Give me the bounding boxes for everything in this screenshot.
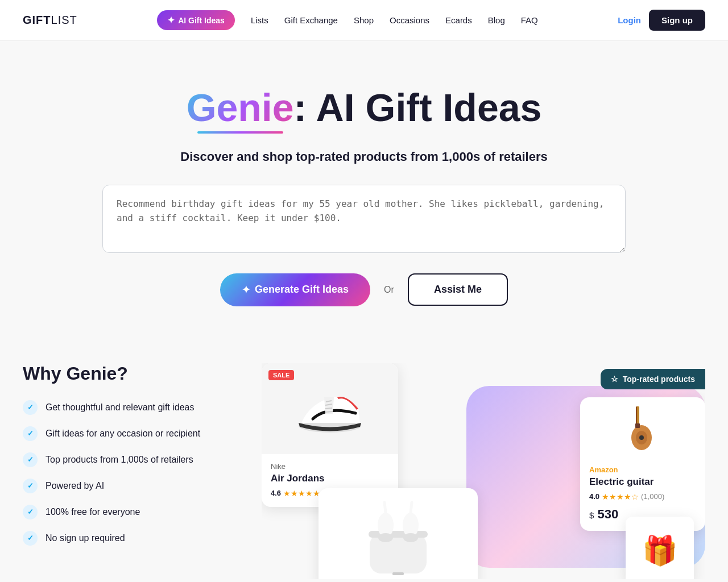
- shoe-image: [293, 380, 367, 437]
- card-2-brand: Amazon: [589, 465, 696, 474]
- price-symbol: $: [589, 510, 594, 520]
- svg-line-17: [411, 502, 412, 513]
- list-item: ✓ 100% free for everyone: [23, 505, 228, 519]
- list-item: ✓ No sign up required: [23, 531, 228, 546]
- check-icon: ✓: [23, 452, 38, 467]
- list-item: ✓ Powered by AI: [23, 479, 228, 493]
- nav-actions: Login Sign up: [618, 10, 705, 31]
- product-image-area: SALE: [262, 363, 398, 454]
- svg-point-19: [403, 533, 418, 542]
- generate-button[interactable]: ✦ Generate Gift Ideas: [220, 273, 370, 306]
- list-item: ✓ Top products from 1,000s of retailers: [23, 452, 228, 467]
- svg-rect-13: [369, 531, 428, 538]
- hero-title-rest: : AI Gift Ideas: [294, 86, 542, 129]
- stars: ★★★★☆: [602, 492, 639, 501]
- product-card-airpods[interactable]: [318, 488, 478, 579]
- nav-lists[interactable]: Lists: [251, 15, 268, 25]
- check-icon: ✓: [23, 426, 38, 441]
- why-list: ✓ Get thoughtful and relevant gift ideas…: [23, 400, 228, 546]
- nav-faq[interactable]: FAQ: [521, 15, 538, 25]
- login-button[interactable]: Login: [618, 15, 641, 25]
- nav-gift-exchange[interactable]: Gift Exchange: [284, 15, 338, 25]
- hero-title: Genie: AI Gift Ideas: [23, 86, 705, 134]
- svg-line-15: [384, 502, 386, 513]
- why-genie-section: Why Genie? ✓ Get thoughtful and relevant…: [23, 363, 228, 557]
- sparkle-icon: ✦: [242, 284, 250, 296]
- cta-row: ✦ Generate Gift Ideas Or Assist Me: [23, 273, 705, 306]
- why-item-2: Gift ideas for any occasion or recipient: [46, 429, 200, 439]
- card-2-rating: 4.0 ★★★★☆ (1,000): [589, 492, 696, 501]
- nav-shop[interactable]: Shop: [354, 15, 374, 25]
- check-icon: ✓: [23, 505, 38, 519]
- nav-blog[interactable]: Blog: [488, 15, 505, 25]
- why-title: Why Genie?: [23, 363, 228, 384]
- ai-btn-label: AI Gift Ideas: [178, 16, 225, 25]
- price-value: 530: [597, 507, 618, 521]
- svg-line-3: [325, 408, 332, 409]
- sparkle-icon: ✦: [167, 15, 175, 26]
- product-card-box[interactable]: 🎁: [626, 517, 694, 579]
- nav-occasions[interactable]: Occasions: [390, 15, 429, 25]
- guitar-image: [589, 406, 696, 460]
- top-rated-badge: ☆ Top-rated products: [601, 369, 705, 389]
- nav-ecards[interactable]: Ecards: [445, 15, 472, 25]
- svg-line-4: [325, 411, 333, 412]
- or-divider: Or: [384, 285, 394, 295]
- why-item-6: No sign up required: [46, 533, 125, 543]
- list-item: ✓ Gift ideas for any occasion or recipie…: [23, 426, 228, 441]
- generate-label: Generate Gift Ideas: [255, 284, 349, 296]
- top-rated-label: Top-rated products: [623, 375, 695, 384]
- check-icon: ✓: [23, 400, 38, 415]
- why-item-3: Top products from 1,000s of retailers: [46, 455, 193, 465]
- star-icon: ☆: [611, 375, 618, 384]
- svg-point-8: [639, 435, 644, 440]
- stars: ★★★★★: [283, 489, 320, 498]
- product-card-air-jordans[interactable]: SALE: [262, 363, 398, 507]
- rating-count: (1,000): [641, 492, 664, 501]
- nav-links: ✦ AI Gift Ideas Lists Gift Exchange Shop…: [157, 10, 538, 30]
- check-icon: ✓: [23, 479, 38, 493]
- hero-subtitle: Discover and shop top-rated products fro…: [23, 149, 705, 164]
- signup-button[interactable]: Sign up: [649, 10, 705, 31]
- why-item-5: 100% free for everyone: [46, 507, 140, 517]
- rating-value: 4.0: [589, 492, 599, 501]
- ai-gift-ideas-button[interactable]: ✦ AI Gift Ideas: [157, 10, 235, 30]
- logo: GIFTLIST: [23, 14, 77, 27]
- prompt-textarea[interactable]: Recommend birthday gift ideas for my 55 …: [102, 185, 626, 253]
- hero-genie-word: Genie: [187, 86, 294, 134]
- product-card-guitar[interactable]: Amazon Electric guitar 4.0 ★★★★☆ (1,000)…: [580, 397, 705, 531]
- lower-section: Why Genie? ✓ Get thoughtful and relevant…: [0, 363, 728, 582]
- svg-rect-12: [370, 534, 427, 573]
- rating-value: 4.6: [271, 489, 281, 497]
- box-icon: 🎁: [642, 534, 677, 567]
- card-2-name: Electric guitar: [589, 476, 696, 488]
- svg-rect-11: [635, 423, 640, 428]
- check-icon: ✓: [23, 531, 38, 546]
- card-name: Air Jordans: [271, 473, 389, 484]
- assist-button[interactable]: Assist Me: [408, 273, 508, 306]
- sale-badge: SALE: [268, 370, 294, 380]
- svg-rect-20: [392, 572, 404, 575]
- svg-point-18: [378, 533, 393, 542]
- card-brand: Nike: [271, 462, 389, 471]
- why-item-4: Powered by AI: [46, 481, 104, 491]
- products-area: ☆ Top-rated products SALE: [262, 363, 705, 579]
- why-item-1: Get thoughtful and relevant gift ideas: [46, 402, 195, 413]
- guitar-svg: [626, 406, 660, 452]
- navigation: GIFTLIST ✦ AI Gift Ideas Lists Gift Exch…: [0, 0, 728, 41]
- airpods-svg: [353, 500, 444, 579]
- list-item: ✓ Get thoughtful and relevant gift ideas: [23, 400, 228, 415]
- hero-section: Genie: AI Gift Ideas Discover and shop t…: [0, 41, 728, 363]
